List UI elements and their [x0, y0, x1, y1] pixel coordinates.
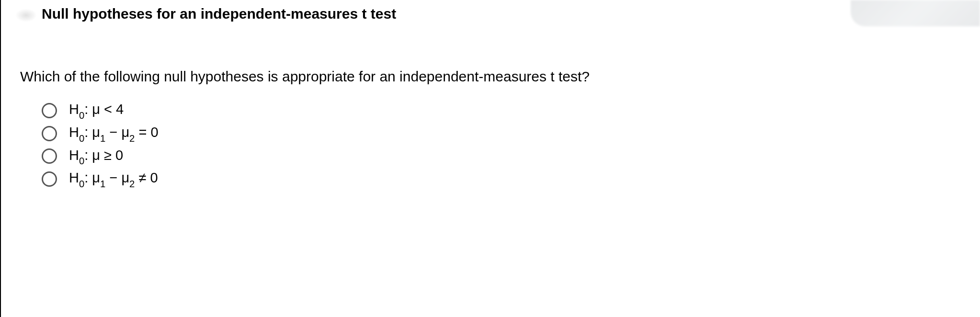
option-label: H0: μ ≥ 0 — [69, 147, 123, 166]
radio-icon[interactable] — [42, 126, 57, 141]
option-label: H0: μ < 4 — [69, 102, 124, 120]
question-text: Which of the following null hypotheses i… — [1, 28, 980, 85]
option-row[interactable]: H0: μ1 − μ2 ≠ 0 — [42, 170, 980, 188]
radio-icon[interactable] — [42, 103, 57, 118]
decorative-blur — [15, 9, 37, 22]
option-row[interactable]: H0: μ < 4 — [42, 102, 980, 120]
page-title: Null hypotheses for an independent-measu… — [42, 6, 396, 22]
option-label: H0: μ1 − μ2 = 0 — [69, 125, 159, 143]
option-row[interactable]: H0: μ1 − μ2 = 0 — [42, 125, 980, 143]
radio-icon[interactable] — [42, 171, 57, 187]
option-label: H0: μ1 − μ2 ≠ 0 — [69, 170, 158, 188]
radio-icon[interactable] — [42, 148, 57, 164]
options-list: H0: μ < 4 H0: μ1 − μ2 = 0 H0: μ ≥ 0 H0: … — [1, 85, 980, 188]
option-row[interactable]: H0: μ ≥ 0 — [42, 147, 980, 166]
